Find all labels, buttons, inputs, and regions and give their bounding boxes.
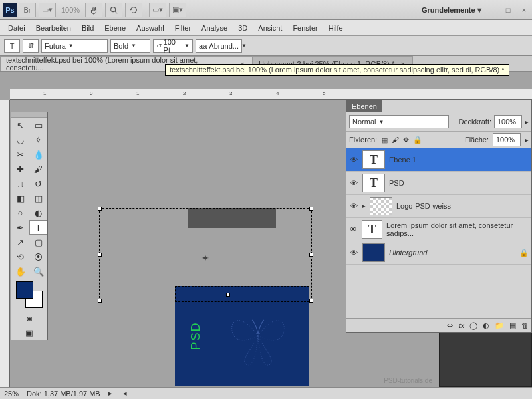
group-button[interactable]: 📁 xyxy=(495,321,504,330)
delete-layer-button[interactable]: 🗑 xyxy=(521,321,529,330)
handle-mid[interactable] xyxy=(226,293,230,297)
visibility-icon[interactable]: 👁 xyxy=(349,225,358,233)
heal-tool[interactable]: ✚ xyxy=(11,162,29,176)
eyedrop-tool[interactable]: 💧 xyxy=(29,147,47,162)
layers-tab[interactable]: Ebenen xyxy=(346,100,382,112)
menu-fenster[interactable]: Fenster xyxy=(287,21,323,35)
gradient-tool[interactable]: ◫ xyxy=(29,191,47,205)
path-tool[interactable]: ↗ xyxy=(11,235,29,249)
menu-3d[interactable]: 3D xyxy=(233,21,253,35)
eraser-tool[interactable]: ◧ xyxy=(11,191,29,205)
zoom-tool-button[interactable] xyxy=(105,3,122,17)
zoom-level[interactable]: 25% xyxy=(4,390,19,398)
handle-w[interactable] xyxy=(98,253,102,257)
handle-ne[interactable] xyxy=(309,207,313,211)
fill-input[interactable]: 100% xyxy=(493,133,521,146)
menu-ansicht[interactable]: Ansicht xyxy=(253,21,287,35)
color-swatches[interactable] xyxy=(16,281,43,308)
visibility-icon[interactable]: 👁 xyxy=(349,156,358,164)
arrange-button[interactable]: ▭▾ xyxy=(149,3,166,17)
menu-bild[interactable]: Bild xyxy=(76,21,99,35)
scroll-left-icon[interactable]: ◂ xyxy=(123,389,127,398)
lasso-tool[interactable]: ◡ xyxy=(11,132,29,147)
visibility-icon[interactable]: 👁 xyxy=(349,179,358,187)
lock-move-icon[interactable]: ✥ xyxy=(403,136,409,144)
toolbox-handle[interactable] xyxy=(11,112,47,118)
minimize-button[interactable]: — xyxy=(487,6,497,14)
pivot-icon[interactable]: ✦ xyxy=(201,253,209,263)
bridge-button[interactable]: Br xyxy=(19,3,36,17)
3d-rotate-tool[interactable]: ⟲ xyxy=(11,249,29,264)
status-flyout[interactable]: ▸ xyxy=(108,389,112,398)
foreground-color-swatch[interactable] xyxy=(16,281,33,299)
link-icon[interactable]: ▸ xyxy=(362,203,366,209)
type-tool-icon: T xyxy=(4,39,20,53)
fx-button[interactable]: fx xyxy=(458,321,464,330)
font-family-select[interactable]: Futura▼ xyxy=(41,39,108,53)
layer-row[interactable]: 👁 T PSD xyxy=(346,172,531,195)
stamp-tool[interactable]: ⎍ xyxy=(11,176,29,191)
lock-pixels-icon[interactable]: ▦ xyxy=(381,136,388,144)
close-button[interactable]: × xyxy=(519,6,529,14)
wand-tool[interactable]: ✧ xyxy=(29,132,47,147)
workspace-switcher[interactable]: Grundelemente ▾ xyxy=(422,5,481,15)
zoom-tool[interactable]: 🔍 xyxy=(29,264,47,279)
mask-button[interactable]: ◯ xyxy=(469,321,477,330)
brush-tool[interactable]: 🖌 xyxy=(29,162,47,176)
lock-all-icon[interactable]: 🔒 xyxy=(413,136,422,144)
crop-tool[interactable]: ✂ xyxy=(11,147,29,162)
menu-datei[interactable]: Datei xyxy=(3,21,31,35)
hand-tool[interactable]: ✋ xyxy=(11,264,29,279)
viewmode-button[interactable]: ▭▾ xyxy=(39,3,56,17)
adjustment-button[interactable]: ◐ xyxy=(483,321,489,330)
font-size-value: 100 Pt xyxy=(164,38,182,54)
visibility-icon[interactable]: 👁 xyxy=(349,202,358,210)
handle-nw[interactable] xyxy=(98,207,102,211)
layer-row[interactable]: 👁 Hintergrund 🔒 xyxy=(346,241,531,265)
font-size-select[interactable]: тT100 Pt▼ xyxy=(153,39,193,53)
dodge-tool[interactable]: ◐ xyxy=(29,205,47,220)
blend-mode-select[interactable]: Normal▼ xyxy=(349,115,449,128)
visibility-icon[interactable]: 👁 xyxy=(349,249,358,257)
layer-row[interactable]: 👁 ▸ Logo-PSD-weiss xyxy=(346,195,531,218)
handle-e[interactable] xyxy=(309,253,313,257)
menu-filter[interactable]: Filter xyxy=(170,21,196,35)
layer-row[interactable]: 👁 T Ebene 1 xyxy=(346,148,531,172)
hand-tool-button[interactable] xyxy=(85,3,102,17)
menu-hilfe[interactable]: Hilfe xyxy=(323,21,348,35)
text-marquee[interactable] xyxy=(175,286,309,302)
opacity-flyout[interactable]: ▸ xyxy=(525,118,529,126)
maximize-button[interactable]: □ xyxy=(503,6,513,14)
pen-tool[interactable]: ✒ xyxy=(11,220,29,235)
app-icon: Ps xyxy=(3,3,17,17)
menu-ebene[interactable]: Ebene xyxy=(99,21,131,35)
handle-se[interactable] xyxy=(309,299,313,303)
antialias-select[interactable]: aa Abrund...▼ xyxy=(196,39,242,53)
navigator-minimap[interactable] xyxy=(439,327,532,387)
move-tool[interactable]: ↖ xyxy=(11,118,29,132)
screenmode-toggle[interactable]: ▣ xyxy=(11,325,47,340)
shape-tool[interactable]: ▢ xyxy=(29,235,47,249)
3d-cam-tool[interactable]: ⦿ xyxy=(29,249,47,264)
history-tool[interactable]: ↺ xyxy=(29,176,47,191)
orientation-toggle[interactable]: ⇵ xyxy=(23,39,39,53)
screenmode-button[interactable]: ▣▾ xyxy=(169,3,186,17)
fill-flyout[interactable]: ▸ xyxy=(525,136,529,144)
new-layer-button[interactable]: ▤ xyxy=(509,321,516,330)
menu-analyse[interactable]: Analyse xyxy=(196,21,233,35)
layer-thumbnail xyxy=(362,243,385,262)
lock-brush-icon[interactable]: 🖌 xyxy=(392,136,399,144)
blur-tool[interactable]: ○ xyxy=(11,205,29,220)
menu-auswahl[interactable]: Auswahl xyxy=(131,21,170,35)
type-tool[interactable]: T xyxy=(29,220,47,235)
quickmask-toggle[interactable]: ◙ xyxy=(11,311,47,325)
layer-thumbnail: T xyxy=(362,174,385,192)
link-layers-button[interactable]: ⇔ xyxy=(447,321,453,330)
marquee-tool[interactable]: ▭ xyxy=(29,118,47,132)
menu-bearbeiten[interactable]: Bearbeiten xyxy=(31,21,76,35)
font-weight-select[interactable]: Bold▼ xyxy=(110,39,150,53)
layer-row[interactable]: 👁 T Lorem ipsum dolor sit amet, consetet… xyxy=(346,218,531,241)
handle-sw[interactable] xyxy=(98,299,102,303)
rotate-view-button[interactable] xyxy=(125,3,142,17)
opacity-input[interactable]: 100% xyxy=(494,115,522,128)
